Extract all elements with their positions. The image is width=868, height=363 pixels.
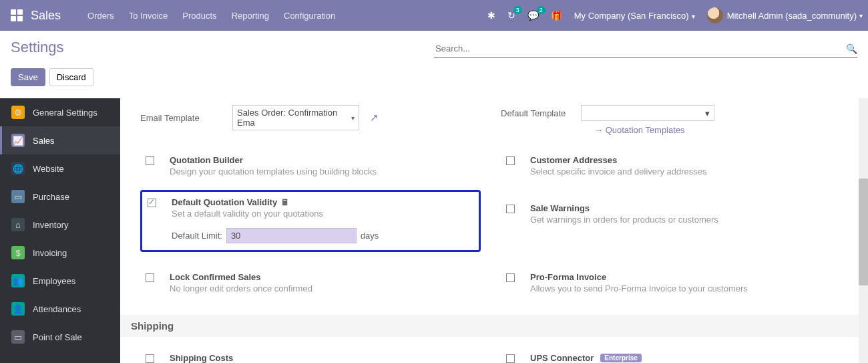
default-template-select[interactable]: ▾ [581, 105, 714, 121]
option-proforma-invoice: Pro-Forma Invoice Allows you to send Pro… [501, 265, 841, 300]
option-desc: Select specific invoice and delivery add… [530, 166, 836, 176]
checkbox-ups-connector[interactable] [506, 354, 515, 363]
sidebar-item-attendances[interactable]: 👤Attendances [0, 295, 120, 323]
option-desc: Design your quotation templates using bu… [170, 166, 475, 176]
sidebar-item-general-settings[interactable]: ⚙General Settings [0, 98, 120, 126]
save-button[interactable]: Save [11, 68, 45, 86]
sidebar-item-inventory[interactable]: ⌂Inventory [0, 211, 120, 239]
chevron-down-icon: ▾ [705, 108, 710, 118]
sidebar-item-label: Invoicing [33, 248, 67, 258]
option-desc: Allows you to send Pro-Forma Invoice to … [530, 283, 836, 293]
sidebar-item-sales[interactable]: 📈Sales [0, 126, 120, 154]
checkbox-proforma-invoice[interactable] [506, 273, 515, 282]
globe-icon: 🌐 [11, 162, 25, 175]
email-template-label: Email Template [140, 113, 226, 123]
enterprise-badge: Enterprise [600, 354, 641, 362]
option-title: Sale Warnings [530, 203, 836, 213]
sidebar-item-purchase[interactable]: ▭Purchase [0, 183, 120, 211]
checkbox-customer-addresses[interactable] [506, 156, 515, 165]
company-switcher[interactable]: My Company (San Francisco)▾ [574, 11, 695, 21]
default-limit-input[interactable] [226, 228, 357, 243]
option-ups-connector: UPS ConnectorEnterprise Compute shipping… [501, 346, 841, 363]
option-shipping-costs: Shipping Costs Compute shipping costs on… [140, 346, 481, 363]
menu-reporting[interactable]: Reporting [232, 11, 269, 21]
checkbox-sale-warnings[interactable] [506, 205, 515, 213]
sidebar-item-label: Purchase [33, 192, 69, 202]
option-desc: Get warnings in orders for products or c… [530, 215, 836, 225]
menu-orders[interactable]: Orders [87, 11, 114, 21]
option-title: Quotation Builder [170, 155, 475, 165]
option-title: Shipping Costs [170, 353, 475, 363]
scrollbar-thumb[interactable] [859, 178, 868, 285]
default-limit-label: Default Limit: [172, 231, 222, 241]
warehouse-icon: ⌂ [11, 218, 25, 231]
option-sale-warnings: Sale Warnings Get warnings in orders for… [501, 197, 841, 231]
chevron-down-icon: ▾ [351, 114, 355, 122]
search-input[interactable] [434, 41, 846, 56]
topbar: Sales Orders To Invoice Products Reporti… [0, 0, 868, 31]
checkbox-quotation-builder[interactable] [146, 156, 154, 165]
page-title: Settings [11, 39, 434, 56]
menu-to-invoice[interactable]: To Invoice [129, 11, 168, 21]
sidebar-item-label: Website [33, 164, 64, 174]
person-icon: 👤 [11, 302, 25, 316]
option-title: UPS ConnectorEnterprise [530, 353, 836, 363]
menu-configuration[interactable]: Configuration [284, 11, 335, 21]
people-icon: 👥 [11, 274, 25, 287]
option-title: Pro-Forma Invoice [530, 272, 836, 282]
settings-sidebar: ⚙General Settings 📈Sales 🌐Website ▭Purch… [0, 98, 120, 363]
sidebar-item-label: General Settings [33, 108, 97, 118]
messages-badge: 2 [537, 6, 546, 14]
search-bar[interactable]: 🔍 [434, 41, 857, 58]
bug-icon[interactable]: ✱ [487, 10, 495, 21]
sidebar-item-invoicing[interactable]: $Invoicing [0, 239, 120, 267]
option-lock-confirmed-sales: Lock Confirmed Sales No longer edit orde… [140, 265, 481, 300]
checkbox-lock-confirmed-sales[interactable] [146, 273, 154, 282]
option-desc: Set a default validity on your quotation… [172, 209, 473, 219]
gear-icon: ⚙ [11, 106, 25, 119]
app-name[interactable]: Sales [31, 9, 61, 23]
section-shipping: Shipping [120, 315, 868, 337]
option-quotation-builder: Quotation Builder Design your quotation … [140, 148, 481, 183]
user-menu[interactable]: Mitchell Admin (sada_community)▾ [707, 7, 863, 23]
sidebar-item-label: Inventory [33, 220, 68, 230]
checkbox-shipping-costs[interactable] [146, 354, 154, 363]
sidebar-item-label: Point of Sale [33, 332, 82, 342]
scrollbar-track[interactable] [859, 98, 868, 363]
option-default-quotation-validity: Default Quotation Validity🖩 Set a defaul… [140, 190, 481, 252]
option-title: Lock Confirmed Sales [170, 272, 475, 282]
checkbox-default-quotation-validity[interactable] [148, 199, 156, 207]
sidebar-item-website[interactable]: 🌐Website [0, 154, 120, 183]
sidebar-item-label: Employees [33, 276, 75, 286]
sidebar-item-employees[interactable]: 👥Employees [0, 267, 120, 295]
calculator-icon: 🖩 [281, 198, 289, 207]
menu-products[interactable]: Products [182, 11, 216, 21]
messages-icon[interactable]: 💬2 [527, 10, 539, 21]
reload-icon[interactable]: ↻3 [507, 10, 515, 21]
control-panel: Settings 🔍 Save Discard [0, 31, 868, 98]
search-icon[interactable]: 🔍 [846, 43, 857, 54]
gift-icon[interactable]: 🎁 [551, 10, 562, 21]
sidebar-item-point-of-sale[interactable]: ▭Point of Sale [0, 323, 120, 351]
avatar [707, 7, 723, 23]
external-link-icon[interactable]: ↗ [370, 112, 379, 124]
settings-content: Email Template Sales Order: Confirmation… [120, 98, 868, 363]
option-desc: No longer edit orders once confirmed [170, 283, 475, 293]
box-icon: ▭ [11, 190, 25, 203]
default-template-label: Default Template [501, 108, 574, 118]
pos-icon: ▭ [11, 330, 25, 344]
option-title: Customer Addresses [530, 155, 836, 165]
sidebar-item-label: Attendances [33, 304, 81, 314]
reload-badge: 3 [513, 6, 522, 14]
invoice-icon: $ [11, 246, 25, 259]
top-menu: Orders To Invoice Products Reporting Con… [87, 11, 335, 21]
sidebar-item-label: Sales [33, 136, 55, 146]
email-template-select[interactable]: Sales Order: Confirmation Ema▾ [232, 105, 359, 130]
days-label: days [361, 231, 379, 241]
quotation-templates-link[interactable]: → Quotation Templates [594, 125, 841, 135]
apps-icon[interactable] [11, 9, 23, 21]
chart-icon: 📈 [11, 134, 25, 147]
option-title: Default Quotation Validity🖩 [172, 197, 473, 207]
option-customer-addresses: Customer Addresses Select specific invoi… [501, 148, 841, 183]
discard-button[interactable]: Discard [49, 68, 93, 86]
